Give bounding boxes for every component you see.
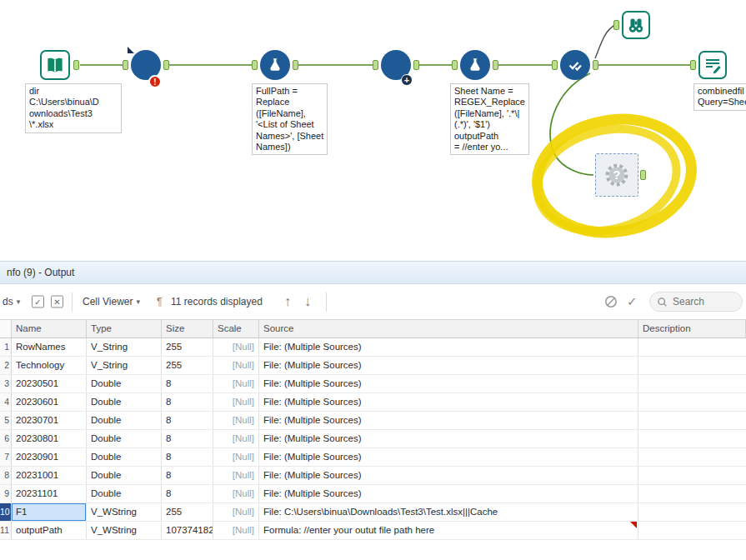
deselect-all-button[interactable]: ✕ bbox=[51, 296, 63, 308]
row-number[interactable]: 7 bbox=[0, 448, 12, 466]
cell-description[interactable] bbox=[638, 448, 746, 466]
cell-name[interactable]: 20230801 bbox=[12, 430, 87, 448]
error-badge-icon[interactable]: ! bbox=[148, 75, 162, 88]
cell-name[interactable]: 20230501 bbox=[12, 375, 87, 392]
cell-type[interactable]: Double bbox=[87, 467, 162, 484]
table-row[interactable]: 9 20231101 Double 8 [Null] File: (Multip… bbox=[0, 485, 746, 503]
tool-checkmark-macro[interactable] bbox=[560, 50, 590, 80]
row-number[interactable]: 5 bbox=[0, 412, 12, 429]
cell-name[interactable]: 20230901 bbox=[12, 448, 87, 466]
cell-name[interactable]: outputPath bbox=[12, 522, 87, 539]
cell-size[interactable]: 8 bbox=[162, 485, 213, 502]
cell-description[interactable] bbox=[638, 467, 746, 484]
cell-size[interactable]: 255 bbox=[162, 357, 213, 374]
cell-scale[interactable]: [Null] bbox=[213, 357, 259, 374]
header-size[interactable]: Size bbox=[162, 320, 213, 338]
header-corner[interactable] bbox=[0, 320, 12, 338]
cell-source[interactable]: File: (Multiple Sources) bbox=[259, 412, 638, 429]
input-anchor[interactable] bbox=[690, 60, 696, 70]
cell-description[interactable] bbox=[638, 393, 746, 411]
header-name[interactable]: Name bbox=[12, 320, 87, 338]
cell-scale[interactable]: [Null] bbox=[213, 393, 259, 411]
input-anchor[interactable] bbox=[123, 60, 128, 70]
table-row[interactable]: 11 outputPath V_WString 1073741823 [Null… bbox=[0, 522, 746, 540]
output-anchor[interactable] bbox=[73, 60, 79, 70]
table-row[interactable]: 7 20230901 Double 8 [Null] File: (Multip… bbox=[0, 448, 746, 467]
paragraph-mark-icon[interactable]: ¶ bbox=[157, 296, 162, 308]
cell-scale[interactable]: [Null] bbox=[213, 503, 259, 521]
cell-description[interactable] bbox=[638, 430, 746, 448]
annotation-formula-sheetname[interactable]: Sheet Name = REGEX_Replace ([FileName], … bbox=[450, 83, 529, 155]
cell-type[interactable]: Double bbox=[87, 448, 162, 466]
records-dropdown[interactable]: ds ▾ bbox=[3, 296, 20, 308]
cell-source[interactable]: File: (Multiple Sources) bbox=[259, 357, 638, 374]
cell-scale[interactable]: [Null] bbox=[213, 338, 259, 356]
row-number[interactable]: 11 bbox=[0, 522, 12, 539]
table-row[interactable]: 4 20230601 Double 8 [Null] File: (Multip… bbox=[0, 393, 746, 412]
cell-scale[interactable]: [Null] bbox=[213, 522, 259, 539]
scroll-down-button[interactable]: ↓ bbox=[304, 294, 311, 309]
cell-description[interactable] bbox=[638, 412, 746, 429]
tool-macro-1[interactable]: ! bbox=[131, 50, 161, 80]
cell-description[interactable] bbox=[638, 338, 746, 356]
cell-size[interactable]: 255 bbox=[162, 338, 213, 356]
tool-input-data[interactable] bbox=[40, 50, 70, 80]
cell-size[interactable]: 8 bbox=[162, 430, 213, 448]
cell-description[interactable] bbox=[638, 375, 746, 392]
cell-description[interactable] bbox=[638, 522, 746, 539]
tool-browse[interactable] bbox=[622, 11, 650, 39]
cell-size[interactable]: 8 bbox=[162, 393, 213, 411]
annotation-input-dir[interactable]: dir C:\Users\binua\D ownloads\Test3 \*.x… bbox=[25, 83, 122, 133]
cell-source[interactable]: File: (Multiple Sources) bbox=[259, 338, 638, 356]
output-anchor[interactable] bbox=[293, 60, 298, 70]
cell-type[interactable]: V_String bbox=[87, 357, 162, 374]
input-anchor[interactable] bbox=[613, 20, 619, 30]
table-row[interactable]: 2 Technology V_String 255 [Null] File: (… bbox=[0, 357, 746, 375]
cell-source[interactable]: File: C:\Users\binua\Downloads\Test3\Tes… bbox=[259, 503, 638, 521]
apply-check-button[interactable]: ✓ bbox=[627, 294, 638, 309]
cell-name[interactable]: 20230701 bbox=[12, 412, 87, 429]
cell-source[interactable]: File: (Multiple Sources) bbox=[259, 448, 638, 466]
row-number[interactable]: 2 bbox=[0, 357, 12, 374]
output-anchor[interactable] bbox=[493, 60, 498, 70]
cell-type[interactable]: V_WString bbox=[87, 503, 162, 521]
cell-source[interactable]: File: (Multiple Sources) bbox=[259, 485, 638, 502]
table-row[interactable]: 6 20230801 Double 8 [Null] File: (Multip… bbox=[0, 430, 746, 448]
row-number[interactable]: 4 bbox=[0, 393, 12, 411]
input-anchor[interactable] bbox=[373, 60, 378, 70]
table-row[interactable]: 1 RowNames V_String 255 [Null] File: (Mu… bbox=[0, 338, 746, 357]
table-row[interactable]: 3 20230501 Double 8 [Null] File: (Multip… bbox=[0, 375, 746, 393]
cell-scale[interactable]: [Null] bbox=[213, 448, 259, 466]
cell-size[interactable]: 8 bbox=[162, 448, 213, 466]
tool-output-data[interactable] bbox=[698, 51, 727, 79]
row-number[interactable]: 6 bbox=[0, 430, 12, 448]
search-box[interactable] bbox=[649, 292, 743, 312]
cell-description[interactable] bbox=[638, 503, 746, 521]
row-number[interactable]: 10 bbox=[0, 503, 12, 521]
add-badge-icon[interactable]: + bbox=[401, 74, 413, 86]
cell-type[interactable]: V_String bbox=[87, 338, 162, 356]
cell-type[interactable]: Double bbox=[87, 412, 162, 429]
cell-viewer-dropdown[interactable]: Cell Viewer ▾ bbox=[83, 296, 140, 308]
row-number[interactable]: 8 bbox=[0, 467, 12, 484]
cell-source[interactable]: File: (Multiple Sources) bbox=[259, 375, 638, 392]
tool-formula-2[interactable] bbox=[460, 50, 490, 80]
tool-missing-macro[interactable]: ? bbox=[595, 153, 638, 197]
scroll-up-button[interactable]: ↑ bbox=[284, 294, 291, 309]
input-anchor[interactable] bbox=[452, 60, 458, 70]
cell-size[interactable]: 8 bbox=[162, 375, 213, 392]
output-anchor[interactable] bbox=[163, 60, 169, 70]
cell-name[interactable]: 20231101 bbox=[12, 485, 87, 502]
cell-scale[interactable]: [Null] bbox=[213, 467, 259, 484]
cell-size[interactable]: 1073741823 bbox=[162, 522, 213, 539]
input-anchor[interactable] bbox=[552, 60, 558, 70]
row-number[interactable]: 1 bbox=[0, 338, 12, 356]
select-all-button[interactable]: ✓ bbox=[32, 296, 44, 308]
cell-name[interactable]: F1 bbox=[12, 503, 87, 521]
cell-size[interactable]: 8 bbox=[162, 412, 213, 429]
row-number[interactable]: 3 bbox=[0, 375, 12, 392]
tool-formula-1[interactable] bbox=[260, 50, 290, 80]
cell-description[interactable] bbox=[638, 357, 746, 374]
annotation-output-file[interactable]: combinedfil Query=Shee bbox=[693, 83, 746, 111]
header-type[interactable]: Type bbox=[87, 320, 162, 338]
